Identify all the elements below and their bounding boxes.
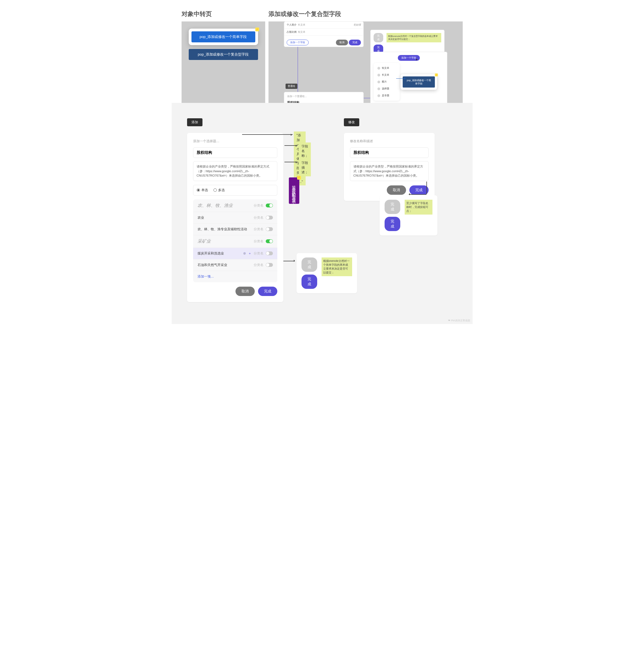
- lightning-icon: [435, 73, 438, 76]
- pop-simple-field-button-small[interactable]: pop_添加或修改一个简单字段: [402, 76, 435, 88]
- mini-group-name: 股权结构: [287, 100, 360, 103]
- list-item: 煤炭开采和洗选业: [198, 251, 224, 256]
- done-enabled-button[interactable]: 完成: [385, 217, 400, 231]
- footer-watermark: ❤ PM 的非正常设想: [448, 319, 470, 322]
- tag-label: 分类名: [254, 203, 263, 208]
- mod-done-button[interactable]: 完成: [409, 185, 429, 195]
- tag-label: 分类名: [254, 263, 263, 267]
- menu-item[interactable]: 图片: [375, 78, 398, 85]
- arrow-icon: [242, 134, 293, 135]
- dot-icon: [377, 94, 380, 97]
- mini-form: 个人简介 长文本初始项 占股比例 短文本 添加一个字段 取消 完成: [284, 21, 364, 47]
- list-item: 农、林、牧、渔专业及辅助性活动: [198, 227, 247, 232]
- annotation: 字段名称；: [299, 142, 311, 160]
- pop-simple-field-button[interactable]: pop_添加或修改一个简单字段: [191, 31, 255, 42]
- section-title-left: 对象中转页: [182, 10, 265, 18]
- toggle-on[interactable]: [266, 239, 273, 243]
- tag-label: 分类名: [254, 251, 263, 256]
- dot-icon: [377, 88, 380, 90]
- mini-row-label: 个人简介: [286, 23, 297, 26]
- toggle-off[interactable]: [266, 215, 273, 220]
- list-item: 农业: [198, 215, 204, 220]
- pill-container-simple: pop_添加或修改一个简单字段: [189, 29, 258, 45]
- group-tag: 普通组: [285, 84, 297, 89]
- menu-item-label: 选择题: [382, 87, 389, 91]
- radio-label: 多选: [218, 188, 225, 192]
- mod-field-name-input[interactable]: [350, 148, 429, 158]
- mini-row-type: 短文本: [298, 30, 305, 33]
- menu-item[interactable]: 长文本: [375, 71, 398, 78]
- cursor-icon: ➤: [243, 252, 246, 255]
- mod-form-card: 修改名称和描述 请根据企业的产业类型，严格按照国家标准的界定方式（参：https…: [344, 133, 435, 201]
- purple-vertical-label: 简单字段的配置与展示: [289, 177, 299, 204]
- add-item-link[interactable]: 添加一项…: [193, 271, 277, 282]
- section-title-right: 添加或修改一个复合型字段: [269, 10, 463, 18]
- field-name-input[interactable]: [193, 148, 277, 158]
- radio-on-icon: [197, 188, 200, 192]
- list-category: 农、林、牧、渔业: [198, 203, 233, 208]
- dot-icon: [377, 81, 380, 83]
- menu-item-label: 短文本: [382, 66, 389, 70]
- done-disabled-button: 完成: [301, 257, 317, 272]
- tag-label: 分类名: [254, 227, 263, 232]
- main-light-panel: 添加 添加一个选择题… 请根据企业的产业类型，严格按照国家标准的界定方式（参：h…: [172, 103, 473, 324]
- arrow-icon: [284, 162, 298, 162]
- mini-group-box: 添加一个普通组… 股权结构: [284, 92, 364, 103]
- flow-note: 至少填写了字段名称时，完成按钮可点；: [405, 200, 433, 214]
- annotation: 字段描述；: [299, 159, 311, 176]
- mod-chip: 修改: [344, 118, 359, 126]
- list-category: 采矿业: [198, 239, 211, 244]
- toggle-off[interactable]: [266, 227, 273, 231]
- radio-label: 单选: [201, 188, 208, 192]
- mod-cancel-button[interactable]: 取消: [387, 185, 406, 195]
- pill-container-simple-small: pop_添加或修改一个简单字段: [400, 74, 437, 90]
- arrow-right-icon: [405, 77, 407, 80]
- mini-add-field-link[interactable]: 添加一个字段: [286, 40, 309, 45]
- mini-done-button[interactable]: 完成: [349, 40, 361, 45]
- flow-state-card-right: 完成 完成 至少填写了字段名称时，完成按钮可点；: [380, 195, 437, 235]
- mini-note: 根据onenote文档对一个复合型字段的基本成立要求来决定是否可以提交；: [387, 33, 441, 42]
- options-list: 农、林、牧、渔业分类名 农业分类名 农、林、牧、渔专业及辅助性活动分类名 采矿业…: [193, 200, 277, 282]
- flow-line-icon: [409, 194, 427, 195]
- mini-cancel-button[interactable]: 取消: [336, 40, 348, 45]
- menu-item[interactable]: 短文本: [375, 65, 398, 71]
- dot-icon: [377, 74, 380, 76]
- radio-off-icon: [213, 188, 217, 192]
- cursor-icon: ➤: [415, 58, 418, 61]
- add-form-header: 添加一个选择题…: [193, 139, 277, 143]
- add-form-card: 添加一个选择题… 请根据企业的产业类型，严格按照国家标准的界定方式（参：http…: [187, 133, 283, 302]
- menu-item[interactable]: 选择题: [375, 85, 398, 92]
- mod-field-desc-textarea[interactable]: 请根据企业的产业类型，严格按照国家标准的界定方式（参：https://www.g…: [350, 161, 429, 181]
- field-desc-textarea[interactable]: 请根据企业的产业类型，严格按照国家标准的界定方式（参：https://www.g…: [193, 161, 277, 181]
- flow-line-icon: [283, 261, 295, 261]
- toggle-on[interactable]: [266, 204, 273, 207]
- menu-item-label: 图片: [382, 80, 387, 84]
- tag-label: 分类名: [254, 239, 263, 244]
- menu-item-label: 是非题: [382, 94, 389, 97]
- radio-row: 单选 多选: [193, 185, 277, 196]
- mini-group-header: 添加一个普通组…: [287, 95, 360, 98]
- radio-multi[interactable]: 多选: [213, 188, 225, 192]
- dot-icon: [377, 67, 380, 70]
- toggle-off[interactable]: [266, 263, 273, 267]
- field-type-menu: 短文本 长文本 图片 选择题 是非题: [373, 63, 400, 101]
- flow-line-icon: [396, 78, 405, 79]
- flow-line-icon: [427, 182, 427, 194]
- menu-item[interactable]: 是非题: [375, 92, 398, 99]
- cancel-button[interactable]: 取消: [235, 287, 255, 296]
- left-transit-panel: pop_添加或修改一个简单字段 pop_添加或修改一个复合型字段: [182, 21, 265, 103]
- radio-single[interactable]: 单选: [197, 188, 208, 192]
- plus-icon[interactable]: ＋: [248, 251, 251, 256]
- mini-menu-card: 添加一个字段 ➤ 短文本 长文本 图片 选择题 是非题 pop_添加或修改一个简…: [370, 52, 447, 103]
- lightning-icon: [255, 27, 259, 31]
- toggle-off[interactable]: [266, 251, 273, 255]
- arrow-left-icon: [408, 193, 410, 195]
- vbar-text: 简单字段的配置与展示: [292, 182, 296, 199]
- pop-composite-field-button[interactable]: pop_添加或修改一个复合型字段: [189, 49, 258, 60]
- menu-item-label: 长文本: [382, 73, 389, 77]
- done-button[interactable]: 完成: [258, 287, 277, 296]
- list-item: 石油和天然气开采业: [198, 263, 227, 267]
- done-enabled-button[interactable]: 完成: [301, 275, 317, 289]
- mini-done-disabled: 完成: [373, 33, 383, 42]
- flow-line-icon: [298, 47, 298, 98]
